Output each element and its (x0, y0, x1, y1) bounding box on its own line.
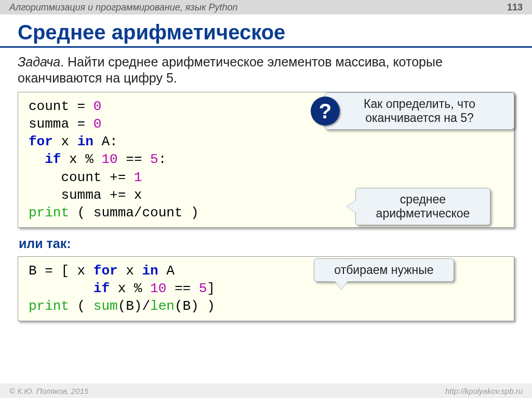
callout-mean-text: среднее арифметическое (376, 193, 470, 220)
question-mark-icon: ? (311, 97, 340, 126)
topbar: Алгоритмизация и программирование, язык … (0, 0, 532, 15)
callout-mean: среднее арифметическое (355, 188, 490, 225)
callout-question: ? Как определить, что оканчивается на 5? (325, 92, 514, 130)
footer-url: http://kpolyakov.spb.ru (445, 387, 523, 395)
task-text: Задача. Найти среднее арифметическое эле… (18, 54, 514, 87)
callout-filter-text: отбираем нужные (334, 263, 433, 277)
callout-question-text: Как определить, что оканчивается на 5? (364, 97, 475, 125)
slide-title: Среднее арифметическое (0, 15, 532, 48)
or-label: или так: (19, 236, 514, 251)
course-title: Алгоритмизация и программирование, язык … (9, 2, 237, 13)
copyright: © К.Ю. Поляков, 2015 (9, 387, 88, 395)
footer: © К.Ю. Поляков, 2015 http://kpolyakov.sp… (0, 383, 532, 398)
task-body: . Найти среднее арифметическое элементов… (18, 54, 443, 85)
task-lead: Задача (18, 54, 60, 69)
page-number: 113 (507, 2, 523, 13)
callout-filter: отбираем нужные (314, 258, 454, 282)
